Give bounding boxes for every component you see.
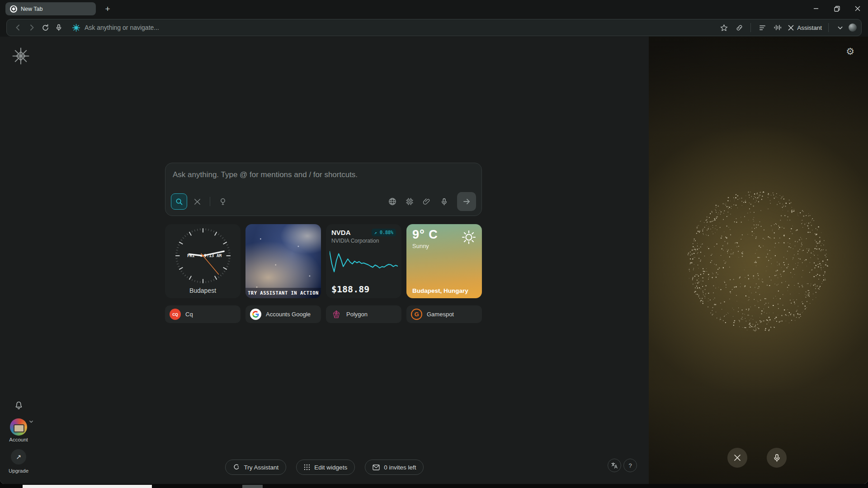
taskbar-segment <box>242 485 263 488</box>
edit-widgets-button[interactable]: Edit widgets <box>296 460 355 475</box>
bookmark-star-icon[interactable] <box>717 21 731 34</box>
particle-sphere <box>683 187 832 336</box>
try-assistant-promo-widget[interactable]: TRY ASSISTANT IN ACTION <box>245 224 321 298</box>
copy-link-icon[interactable] <box>732 21 746 34</box>
polygon-icon <box>330 309 342 320</box>
upgrade-label: Upgrade <box>0 468 37 474</box>
assistant-mode-icon[interactable] <box>190 195 204 208</box>
search-mode-button[interactable] <box>171 193 187 210</box>
close-voice-button[interactable] <box>727 448 747 468</box>
clock-city-label: Budapest <box>165 287 241 294</box>
promo-caption: TRY ASSISTANT IN ACTION <box>245 288 321 298</box>
dictate-mic-icon[interactable] <box>437 195 451 208</box>
avatar[interactable] <box>10 418 27 436</box>
weather-widget[interactable]: 9° C Sunny Budapest, Hungary <box>406 224 482 298</box>
divider <box>210 197 210 206</box>
voice-mic-button[interactable] <box>767 448 787 468</box>
new-tab-button[interactable]: + <box>101 3 114 15</box>
stock-widget[interactable]: NVDA ↗ 0.88% NVIDIA Corporation $188.89 <box>326 224 401 298</box>
url-placeholder[interactable]: Ask anything or navigate... <box>85 24 159 31</box>
shortcut-gamespot[interactable]: G Gamespot <box>406 305 482 323</box>
restore-button[interactable] <box>826 0 847 17</box>
assistant-label: Assistant <box>797 24 822 31</box>
account-menu[interactable] <box>10 418 27 436</box>
account-label: Account <box>0 437 37 442</box>
clock-widget[interactable]: FRI 9:13 AM Budapest <box>165 224 241 298</box>
invites-left-button[interactable]: 0 invites left <box>365 460 424 475</box>
voice-waveform-icon[interactable] <box>771 21 784 34</box>
profile-orb-icon[interactable] <box>849 23 857 32</box>
model-chip-icon[interactable] <box>403 195 416 208</box>
stock-sparkline-chart <box>330 249 398 275</box>
shortcut-accounts-google[interactable]: Accounts Google <box>245 305 321 323</box>
address-bar[interactable]: Ask anything or navigate... Ass <box>6 19 862 36</box>
new-tab-page: Ask anything. Type @ for mentions and / … <box>0 37 649 484</box>
stock-price: $188.89 <box>331 284 369 295</box>
stock-company: NVIDIA Corporation <box>331 238 396 244</box>
shortcut-cq[interactable]: CQ Cq <box>165 305 241 323</box>
voice-search-icon[interactable] <box>52 21 66 34</box>
divider <box>750 23 751 32</box>
ask-anything-input[interactable]: Ask anything. Type @ for mentions and / … <box>165 163 482 216</box>
gamespot-icon: G <box>411 309 422 320</box>
refresh-icon[interactable] <box>38 21 52 34</box>
tab-title: New Tab <box>21 6 42 12</box>
comet-asterisk-icon <box>72 23 80 32</box>
reading-list-icon[interactable] <box>755 21 769 34</box>
close-assistant-button[interactable]: Assistant <box>786 24 824 31</box>
submit-arrow-button[interactable] <box>457 192 476 211</box>
browser-window: New Tab + <box>0 0 868 484</box>
toolbar: Ask anything or navigate... Ass <box>0 18 868 37</box>
chevron-down-icon <box>29 419 33 424</box>
forward-icon[interactable] <box>25 21 38 34</box>
minimize-button[interactable] <box>806 0 826 17</box>
assistant-voice-panel: ⚙ <box>649 37 868 484</box>
search-placeholder: Ask anything. Type @ for mentions and / … <box>173 170 475 179</box>
taskbar-edge <box>0 484 868 488</box>
translate-button[interactable] <box>608 459 621 472</box>
google-icon <box>250 309 261 320</box>
tab-new-tab[interactable]: New Tab <box>5 2 96 15</box>
close-button[interactable] <box>847 0 868 17</box>
help-button[interactable]: ? <box>623 459 637 472</box>
notifications-bell-icon[interactable] <box>14 401 24 410</box>
settings-gear-icon[interactable]: ⚙ <box>846 46 854 57</box>
divider <box>828 23 829 32</box>
chevron-down-icon[interactable] <box>833 21 847 34</box>
comet-brand-logo-icon <box>11 47 30 66</box>
title-bar: New Tab + <box>0 0 868 18</box>
stock-symbol: NVDA <box>331 229 351 236</box>
shortcut-polygon[interactable]: Polygon <box>326 305 401 323</box>
try-assistant-button[interactable]: Try Assistant <box>225 460 287 475</box>
sun-icon <box>461 230 476 245</box>
upgrade-button[interactable]: ↗ <box>11 449 26 465</box>
taskbar-highlight <box>23 485 152 488</box>
back-icon[interactable] <box>11 21 25 34</box>
comet-logo-icon <box>10 5 17 13</box>
web-globe-icon[interactable] <box>386 195 399 208</box>
stock-change-badge: ↗ 0.88% <box>372 229 396 236</box>
attach-file-icon[interactable] <box>420 195 434 208</box>
weather-location: Budapest, Hungary <box>412 287 468 294</box>
cq-icon: CQ <box>170 309 181 320</box>
discover-idea-icon[interactable] <box>216 195 230 208</box>
